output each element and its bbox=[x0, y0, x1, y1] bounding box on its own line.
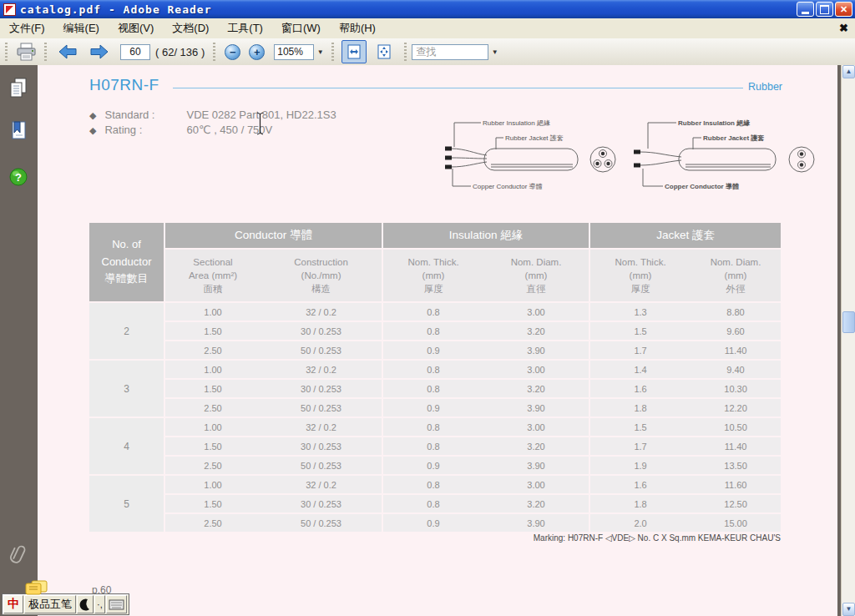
pages-icon bbox=[8, 77, 28, 98]
restore-button[interactable] bbox=[816, 2, 833, 17]
zoom-level-input[interactable] bbox=[274, 44, 314, 60]
plus-icon: + bbox=[254, 47, 261, 58]
ime-punctuation-button[interactable]: ·, bbox=[94, 595, 105, 613]
attachments-tab[interactable] bbox=[8, 543, 30, 569]
insulation-label: Rubber Insulation 絕緣 bbox=[483, 119, 550, 127]
document-page[interactable]: H07RN-F Rubber ◆ Standard : VDE 0282 Par… bbox=[38, 65, 837, 616]
table-cell: 0.8 bbox=[382, 418, 483, 436]
table-cell: 0.8 bbox=[382, 380, 483, 397]
toolbar-drag-handle[interactable] bbox=[44, 43, 47, 61]
printer-icon bbox=[15, 43, 37, 61]
ime-keyboard-button[interactable] bbox=[106, 595, 127, 613]
title-bar[interactable]: catalog.pdf - Adobe Reader ✕ bbox=[0, 0, 855, 18]
arrow-right-icon bbox=[89, 43, 109, 60]
table-cell: 2.50 bbox=[164, 399, 261, 417]
fit-page-button[interactable] bbox=[372, 40, 397, 63]
table-cell: 3.20 bbox=[483, 495, 589, 512]
table-cell: 3.00 bbox=[483, 303, 589, 321]
window-title: catalog.pdf - Adobe Reader bbox=[20, 3, 212, 16]
group-header-insulation: Insulation 絕緣 bbox=[382, 223, 589, 248]
toolbar-drag-handle[interactable] bbox=[213, 43, 215, 61]
title-rule bbox=[173, 88, 743, 88]
table-cell: 1.6 bbox=[589, 380, 691, 397]
find-input[interactable] bbox=[412, 44, 488, 60]
scroll-up-button[interactable]: ▲ bbox=[842, 65, 855, 78]
print-button[interactable] bbox=[13, 40, 39, 63]
doc-title: H07RN-F bbox=[89, 76, 159, 94]
spec-table: No. of Conductor 導體數目 Conductor 導體 Insul… bbox=[89, 221, 781, 533]
toolbar-drag-handle[interactable] bbox=[331, 43, 334, 61]
conductor-count-cell: 5 bbox=[89, 476, 164, 532]
table-cell: 1.50 bbox=[164, 380, 261, 397]
menu-tools[interactable]: 工具(T) bbox=[218, 18, 272, 38]
zoom-dropdown-button[interactable]: ▼ bbox=[314, 44, 326, 60]
table-cell: 1.7 bbox=[589, 437, 691, 455]
close-icon: ✕ bbox=[840, 4, 847, 15]
menubar-close-button[interactable]: ✖ bbox=[839, 22, 848, 34]
table-cell: 3.00 bbox=[483, 418, 589, 436]
leader-line bbox=[454, 123, 481, 147]
menu-window[interactable]: 窗口(W) bbox=[272, 18, 330, 38]
ime-language-bar[interactable]: 中 极品五笔 ·, bbox=[2, 593, 129, 615]
paperclip-icon bbox=[8, 543, 30, 566]
fit-width-button[interactable] bbox=[341, 40, 367, 63]
wire bbox=[640, 152, 681, 157]
svg-text:?: ? bbox=[15, 171, 22, 184]
comments-tab[interactable] bbox=[23, 579, 50, 599]
table-cell: 3.20 bbox=[483, 322, 589, 340]
menu-edit[interactable]: 编辑(E) bbox=[54, 18, 109, 38]
table-cell: 1.5 bbox=[589, 418, 691, 436]
wire bbox=[451, 158, 487, 159]
minus-icon: − bbox=[230, 47, 236, 58]
scroll-down-button[interactable]: ▼ bbox=[842, 603, 855, 616]
group-header-conductor: Conductor 導體 bbox=[164, 223, 382, 248]
zoom-out-button[interactable]: − bbox=[225, 44, 240, 60]
leader-line bbox=[453, 169, 471, 186]
table-cell: 2.0 bbox=[589, 514, 691, 532]
find-dropdown-button[interactable]: ▼ bbox=[488, 44, 501, 60]
close-button[interactable]: ✕ bbox=[835, 2, 852, 17]
menu-file[interactable]: 文件(F) bbox=[0, 18, 54, 38]
conductor-label: Copper Conductor 導體 bbox=[473, 183, 543, 190]
pages-tab[interactable] bbox=[8, 77, 28, 102]
page-number-input[interactable] bbox=[120, 44, 150, 60]
table-cell: 3.90 bbox=[483, 341, 589, 359]
navigation-sidebar: ? bbox=[0, 65, 38, 616]
scrollbar-thumb[interactable] bbox=[842, 311, 855, 333]
zoom-in-button[interactable]: + bbox=[249, 44, 265, 60]
table-cell: 3.00 bbox=[483, 361, 589, 378]
table-cell: 1.4 bbox=[589, 361, 691, 378]
toolbar-drag-handle[interactable] bbox=[5, 43, 8, 61]
table-cell: 0.8 bbox=[382, 437, 483, 455]
subheader-cell: Nom. Diam. (mm) 外徑 bbox=[691, 250, 781, 301]
table-cell: 10.50 bbox=[691, 418, 781, 436]
moon-icon bbox=[79, 598, 91, 611]
spec-label: Standard : bbox=[104, 109, 186, 122]
table-row: 2.5050 / 0.2530.93.901.711.40 bbox=[89, 341, 781, 359]
ime-mode-button[interactable] bbox=[77, 595, 94, 613]
core-center bbox=[601, 152, 605, 155]
table-cell: 1.50 bbox=[164, 495, 261, 512]
cable-diagram-2core: Rubber Insulation 絕緣 Rubber Jacket 護套 Co… bbox=[625, 115, 821, 194]
menu-view[interactable]: 视图(V) bbox=[109, 18, 163, 38]
menu-document[interactable]: 文档(D) bbox=[163, 18, 218, 38]
menu-help[interactable]: 帮助(H) bbox=[330, 18, 385, 38]
help-button[interactable]: ? bbox=[8, 167, 28, 190]
restore-icon bbox=[820, 5, 829, 14]
core-center bbox=[800, 163, 803, 166]
ime-lang-button[interactable]: 中 bbox=[3, 595, 23, 613]
table-cell: 1.50 bbox=[164, 322, 261, 340]
previous-view-button[interactable] bbox=[55, 41, 80, 63]
table-cell: 32 / 0.2 bbox=[261, 476, 382, 493]
leader-line bbox=[693, 138, 701, 149]
table-cell: 0.8 bbox=[382, 495, 483, 512]
toolbar-drag-handle[interactable] bbox=[404, 43, 407, 61]
table-cell: 15.00 bbox=[691, 514, 781, 532]
bookmarks-tab[interactable] bbox=[8, 120, 28, 145]
cable-diagram-3core: Rubber Insulation 絕緣 Rubber Jacket 護套 Co… bbox=[443, 115, 622, 194]
table-cell: 11.40 bbox=[691, 341, 781, 359]
table-cell: 0.9 bbox=[382, 457, 483, 474]
minimize-button[interactable] bbox=[797, 2, 814, 17]
next-view-button[interactable] bbox=[87, 41, 112, 63]
vertical-scrollbar[interactable]: ▲ ▼ bbox=[841, 65, 855, 616]
